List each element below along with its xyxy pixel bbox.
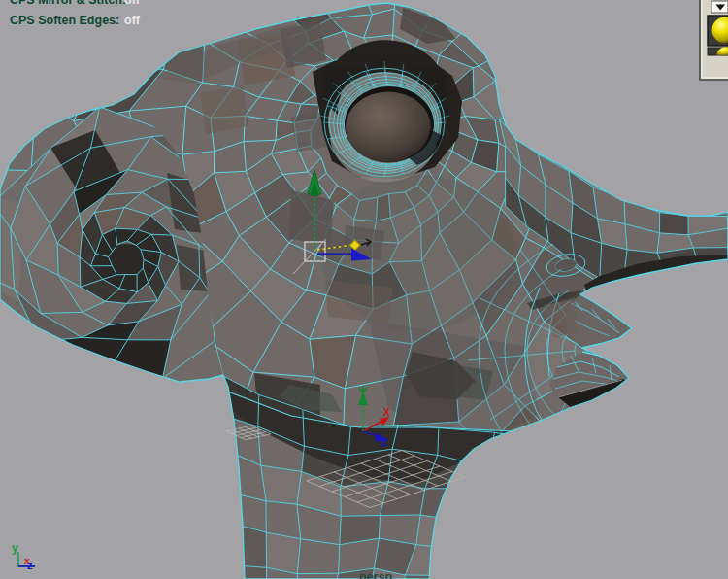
svg-text:y: y xyxy=(12,541,18,555)
svg-text:z: z xyxy=(27,560,33,571)
svg-text:off: off xyxy=(124,14,141,27)
svg-text:off: off xyxy=(124,0,141,7)
svg-text:CPS Mirror & Stitch:: CPS Mirror & Stitch: xyxy=(10,0,126,7)
svg-text:CPS Soften Edges:: CPS Soften Edges: xyxy=(10,14,119,27)
svg-text:X: X xyxy=(383,407,390,418)
svg-text:Z: Z xyxy=(381,437,387,448)
svg-text:persp: persp xyxy=(359,570,392,579)
